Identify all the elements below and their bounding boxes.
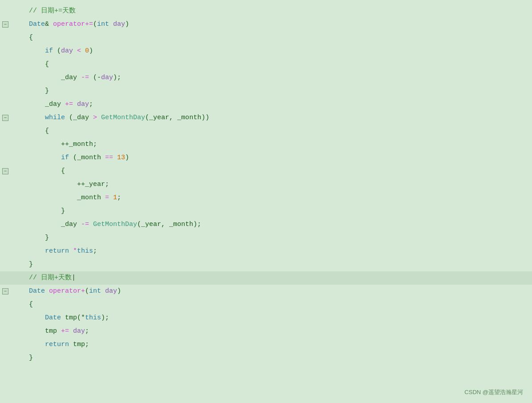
token: day (101, 287, 117, 295)
token: ++_month; (61, 141, 97, 148)
token: { (61, 167, 65, 175)
token: day (61, 47, 73, 55)
code-content: { (24, 32, 33, 44)
code-content: Date& operator+=(int day) (24, 18, 129, 31)
token: 13 (117, 154, 125, 161)
token: Date (29, 20, 45, 28)
code-content: } (24, 232, 49, 244)
token: } (29, 354, 33, 362)
token: ); (101, 314, 109, 322)
code-line: ++_month; (0, 138, 532, 151)
code-content: Date operator+(int day) (24, 285, 121, 298)
token: while (45, 114, 65, 121)
token: } (45, 234, 49, 242)
token: tmp (45, 327, 57, 335)
token: (* (77, 314, 85, 322)
token: 日期+=天数 (41, 7, 76, 15)
code-line: −Date operator+(int day) (0, 285, 532, 298)
token: operator+= (53, 20, 93, 28)
token: _month (77, 154, 101, 161)
token: day (73, 327, 85, 335)
code-line: if (day < 0) (0, 44, 532, 58)
code-content: { (24, 58, 49, 71)
code-content: if (_month == 13) (24, 152, 129, 164)
watermark: CSDN @遥望浩瀚星河 (464, 388, 523, 396)
token: day (77, 101, 89, 108)
code-line: return tmp; (0, 338, 532, 351)
code-content: { (24, 298, 33, 311)
token: & (45, 20, 53, 28)
token: (_year, _month); (137, 221, 201, 228)
token: > (89, 114, 101, 121)
token: Date (29, 287, 45, 295)
token: this (77, 247, 93, 255)
token: { (45, 127, 49, 135)
code-content: _day -= GetMonthDay(_year, _month); (24, 218, 201, 231)
code-line: _day += day; (0, 98, 532, 111)
code-content: return *this; (24, 245, 97, 258)
token: -= (77, 74, 93, 81)
collapse-icon[interactable]: − (2, 288, 8, 294)
token: += (61, 101, 77, 108)
code-line: } (0, 231, 532, 245)
code-line: { (0, 125, 532, 138)
token: tmp (65, 314, 77, 322)
code-content: } (24, 205, 65, 218)
code-line: _day -= GetMonthDay(_year, _month); (0, 218, 532, 231)
code-line: { (0, 298, 532, 311)
collapse-icon[interactable]: − (2, 21, 8, 28)
code-content: } (24, 258, 33, 271)
code-line: −Date& operator+=(int day) (0, 18, 532, 31)
token: ++_year; (77, 181, 109, 188)
token: = (101, 194, 113, 202)
code-content: // 日期+天数| (24, 272, 76, 284)
token: int (97, 20, 109, 28)
token: return (45, 247, 69, 255)
token: ) (89, 47, 93, 55)
token: { (45, 60, 49, 68)
token: _day (45, 101, 61, 108)
code-line: } (0, 85, 532, 98)
code-line: // 日期+天数| (0, 271, 532, 285)
token: day (101, 74, 113, 81)
code-line: } (0, 258, 532, 271)
token: < (73, 47, 85, 55)
code-line: Date tmp(*this); (0, 311, 532, 325)
token: if (45, 47, 53, 55)
code-content: // 日期+=天数 (24, 5, 76, 17)
token: } (45, 87, 49, 95)
collapse-icon[interactable]: − (2, 115, 8, 121)
code-line: ++_year; (0, 178, 532, 191)
token: this (85, 314, 101, 322)
token: tmp; (69, 341, 89, 348)
token: { (29, 301, 33, 308)
code-content: } (24, 352, 33, 364)
token: == (101, 154, 117, 161)
token: ( (53, 47, 61, 55)
token: } (29, 261, 33, 268)
token: * (69, 247, 77, 255)
token: ; (117, 194, 121, 202)
token: ( (65, 114, 73, 121)
code-content: return tmp; (24, 339, 89, 351)
token: _month (77, 194, 101, 202)
token: += (57, 327, 73, 335)
code-content: ++_month; (24, 138, 97, 151)
token: ) (125, 20, 129, 28)
token: Date (45, 314, 61, 322)
token: // (29, 274, 41, 282)
token: (_year, _month)) (145, 114, 209, 121)
code-line: { (0, 31, 532, 44)
token: -= (77, 221, 93, 228)
token: ) (125, 154, 129, 161)
token: | (72, 274, 76, 282)
code-line: _month = 1; (0, 191, 532, 205)
code-content: { (24, 125, 49, 137)
code-content: _day += day; (24, 98, 93, 111)
code-line: tmp += day; (0, 325, 532, 338)
token: ; (89, 101, 93, 108)
code-line: { (0, 58, 532, 71)
code-content: } (24, 85, 49, 97)
token: ) (117, 287, 121, 295)
collapse-icon[interactable]: − (2, 168, 8, 174)
